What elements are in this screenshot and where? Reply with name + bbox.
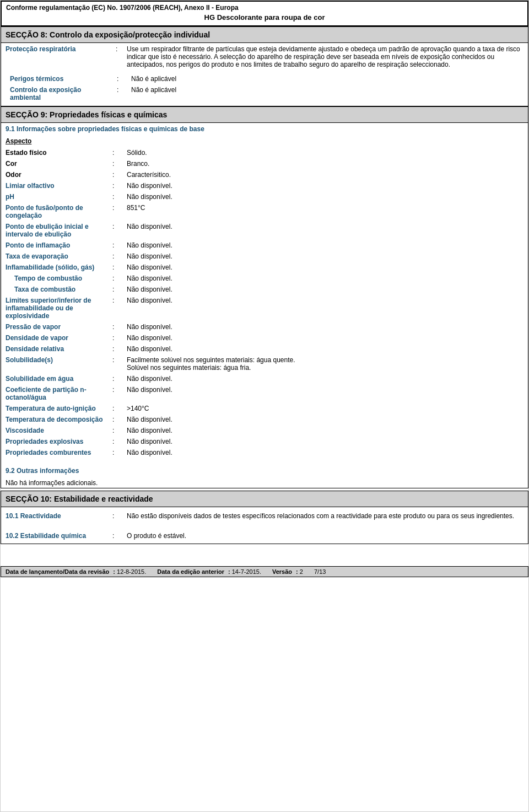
footer-version-value: 2 [300,568,303,575]
table-row: Ponto de fusão/ponto de congelação:851°C [1,202,528,221]
table-row: Densidade relativa:Não disponível. [1,343,528,354]
prop-label: Densidade relativa [1,343,111,354]
prop-label: Limites superior/inferior de inflamabili… [1,295,111,321]
perigos-termicos-label: Perigos térmicos [6,73,116,84]
table-row: Cor:Branco. [1,158,528,169]
prop-value: Não disponível. [122,262,528,273]
prop-label: Ponto de fusão/ponto de congelação [1,202,111,221]
table-row: Propriedades comburentes:Não disponível. [1,447,528,458]
section9-content: 9.1 Informações sobre propriedades físic… [1,123,528,488]
controlo-exposicao-value: Não é aplicável [127,84,523,103]
prop-value: Não disponível. [122,251,528,262]
prop-value: Não disponível. [122,191,528,202]
protecao-respiratoria-label: Protecção respiratória [6,45,116,68]
section-9-2-title: 9.2 Outras informações [1,464,528,478]
section10-content: 10.1 Reactividade : Não estão disponívei… [1,507,528,544]
sub-section-9-1: 9.1 Informações sobre propriedades físic… [1,123,528,135]
table-row: Viscosidade:Não disponível. [1,425,528,436]
prop-value: Não disponível. [122,373,528,384]
section8-header: SECÇÃO 8: Controlo da exposição/protecçã… [1,26,528,43]
footer-page-value: 7/13 [314,568,326,575]
prop-value: Não disponível. [122,221,528,240]
table-row: Solubilidade(s):Facilmente solúvel nos s… [1,354,528,373]
prop-value: >140°C [122,403,528,414]
table-row: Coeficiente de partição n-octanol/água:N… [1,384,528,403]
prop-label: Propriedades comburentes [1,447,111,458]
prop-label: Estado físico [1,147,111,158]
prop-value: Não disponível. [122,284,528,295]
table-row: Estado físico:Sólido. [1,147,528,158]
no-info-text: Não há informações adicionais. [1,478,528,488]
section10-header: SECÇÃO 10: Estabilidade e reactividade [1,491,528,507]
prop-label: Pressão de vapor [1,321,111,332]
table-row: Ponto de inflamação:Não disponível. [1,240,528,251]
perigos-controlo-area: Perigos térmicos : Não é aplicável Contr… [1,71,528,106]
row-10-2-label: 10.2 Estabilidade química [1,530,111,541]
prop-label: Taxa de evaporação [1,251,111,262]
prop-label: Viscosidade [1,425,111,436]
sep1: : [116,45,127,68]
prop-value: Não disponível. [122,447,528,458]
table-row: Limiar olfactivo:Não disponível. [1,180,528,191]
prop-value: Facilmente solúvel nos seguintes materia… [122,354,528,373]
prop-value: Não disponível. [122,273,528,284]
row-10-1: 10.1 Reactividade : Não estão disponívei… [1,507,528,525]
perigos-termicos-value: Não é aplicável [127,73,523,84]
row-10-1-value: Não estão disponíveis dados de testes es… [122,510,528,521]
footer-version: Versão : 2 [272,568,303,575]
prop-value: Não disponível. [122,436,528,447]
prop-label: Tempo de combustão [1,273,111,284]
footer-launch-label: Data de lançamento/Data da revisão [6,568,109,575]
footer-bar: Data de lançamento/Data da revisão : 12-… [1,566,528,577]
table-row: Temperatura de auto-ignição:>140°C [1,403,528,414]
prop-label: pH [1,191,111,202]
footer-previous: Data da edição anterior : 14-7-2015. [157,568,261,575]
prop-label: Ponto de ebulição inicial e intervalo de… [1,221,111,240]
controlo-exposicao-label: Controlo da exposição ambiental [6,84,116,103]
page: Conforme regulamentação (EC) No. 1907/20… [0,0,529,812]
prop-value: Sólido. [122,147,528,158]
prop-value: Caracterísitico. [122,169,528,180]
table-row: Limites superior/inferior de inflamabili… [1,295,528,321]
prop-value: Não disponível. [122,321,528,332]
properties-table: Estado físico:Sólido.Cor:Branco.Odor:Car… [1,147,528,458]
table-row: Taxa de combustão:Não disponível. [1,284,528,295]
table-row: Solubilidade em água:Não disponível. [1,373,528,384]
regulation-text: Conforme regulamentação (EC) No. 1907/20… [6,4,523,12]
prop-label: Propriedades explosivas [1,436,111,447]
prop-label: Solubilidade em água [1,373,111,384]
table-row: Odor:Caracterísitico. [1,169,528,180]
prop-value: Não disponível. [122,384,528,403]
table-row: Propriedades explosivas:Não disponível. [1,436,528,447]
perigos-termicos-area: Perigos térmicos : Não é aplicável Contr… [1,72,528,105]
footer-launch: Data de lançamento/Data da revisão : 12-… [6,568,146,575]
section9-header: SECÇÃO 9: Propriedades físicas e química… [1,106,528,123]
table-row: Densidade de vapor:Não disponível. [1,332,528,343]
prop-value: Não disponível. [122,425,528,436]
product-title: HG Descolorante para roupa de cor [6,12,523,23]
footer-launch-value: 12-8-2015. [117,568,146,575]
row-10-2: 10.2 Estabilidade química : O produto é … [1,528,528,544]
table-row: Temperatura de decomposição:Não disponív… [1,414,528,425]
prop-value: Não disponível. [122,332,528,343]
prop-value: Não disponível. [122,295,528,321]
prop-label: Limiar olfactivo [1,180,111,191]
prop-value: Não disponível. [122,180,528,191]
prop-label: Cor [1,158,111,169]
prop-label: Temperatura de decomposição [1,414,111,425]
row-10-2-value: O produto é estável. [122,530,528,541]
prop-value: 851°C [122,202,528,221]
table-row: Pressão de vapor:Não disponível. [1,321,528,332]
table-row: Inflamabilidade (sólido, gás):Não dispon… [1,262,528,273]
prop-value: Não disponível. [122,414,528,425]
footer-page: 7/13 [314,568,326,575]
prop-value: Branco. [122,158,528,169]
protecao-respiratoria-value: Use um respirador filtrante de partícula… [127,45,523,68]
prop-label: Ponto de inflamação [1,240,111,251]
footer-version-label: Versão [272,568,292,575]
table-row: Taxa de evaporação:Não disponível. [1,251,528,262]
prop-label: Taxa de combustão [1,284,111,295]
prop-label: Solubilidade(s) [1,354,111,373]
prop-label: Inflamabilidade (sólido, gás) [1,262,111,273]
footer-previous-label: Data da edição anterior [157,568,224,575]
